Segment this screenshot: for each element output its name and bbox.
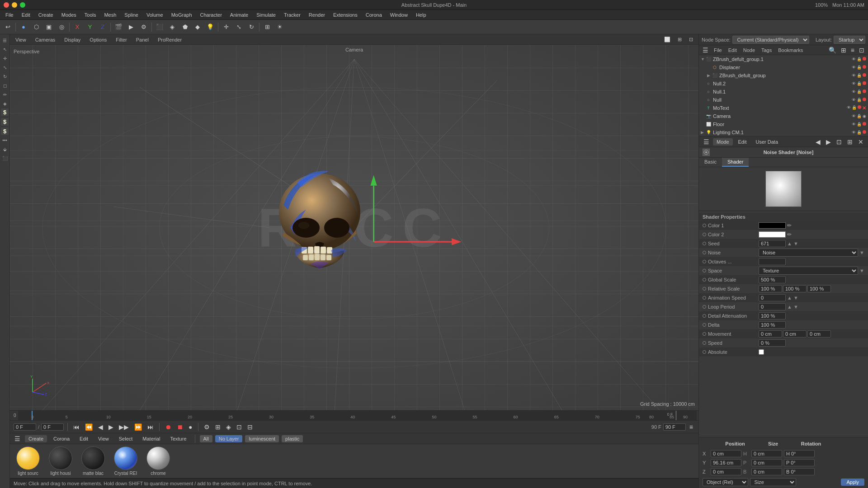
tree-item-null1[interactable]: ○ Null.1 👁 🔒 [699,88,868,96]
tree-lock-zb[interactable]: 🔒 [857,73,862,78]
animspeed-stepper-up[interactable]: ▲ [787,295,792,300]
prop-circle-color2[interactable] [703,233,706,236]
mat-tab-edit[interactable]: Edit [76,435,92,442]
size-x-input[interactable] [751,450,782,457]
st-icon3[interactable]: ≡ [849,46,856,55]
octaves-input[interactable] [759,258,786,265]
st-icon2[interactable]: ⊞ [839,46,848,55]
movement-z[interactable] [807,330,831,338]
loopperiod-input[interactable] [759,303,786,310]
loopperiod-stepper-up[interactable]: ▲ [787,304,792,310]
axis-x[interactable]: X [71,21,83,33]
view-cube[interactable]: ⬛ [154,21,165,33]
tree-vis1[interactable]: 👁 [852,57,856,61]
materials-icon[interactable]: ◈ [166,21,178,33]
extras-btn1[interactable]: ⚙ [202,422,212,432]
color-swatch-2[interactable] [759,231,786,238]
st-menu-icon[interactable]: ☰ [701,46,710,55]
extras-btn2[interactable]: ⊞ [213,422,222,432]
play-forward-btn[interactable]: ▶▶ [117,422,131,432]
skull-3d-object[interactable] [270,160,369,296]
space-dropdown[interactable]: Texture [759,267,858,275]
play-btn[interactable]: ▶ [107,422,115,432]
props-tab-mode[interactable]: Mode [713,138,733,145]
object-mode-dropdown[interactable]: Object (Rel) [703,478,748,486]
prop-circle-delta[interactable] [703,323,706,327]
tree-item-zbgroup[interactable]: ▶ ⬛ ZBrush_defult_group 👁 🔒 [699,71,868,80]
size-y-input[interactable] [751,459,782,466]
size-z-input[interactable] [751,468,782,475]
menu-spline[interactable]: Spline [121,11,142,19]
menu-animate[interactable]: Animate [226,11,252,19]
tree-item-null[interactable]: ○ Null 👁 🔒 [699,96,868,104]
st-tab-tags[interactable]: Tags [759,47,774,54]
sidebar-tag[interactable]: ⬙ [1,145,9,153]
mat-tab-texture[interactable]: Texture [166,435,190,442]
mat-layer-luminescent[interactable]: luminescent [245,435,279,442]
mat-tab-material[interactable]: Material [139,435,164,442]
tree-lock-d[interactable]: 🔒 [857,65,862,70]
space-expand-icon[interactable]: ▼ [859,268,864,273]
nodespace-dropdown[interactable]: Current (Standard/Physical) [732,36,809,44]
tree-lock-n1[interactable]: 🔒 [857,89,862,94]
extras-btn3[interactable]: ◈ [224,422,233,432]
timeline-options[interactable]: ≡ [688,422,695,432]
tree-lock-n[interactable]: 🔒 [857,98,862,102]
loopperiod-stepper-down[interactable]: ▼ [793,304,798,310]
frame-start-input[interactable] [41,423,64,431]
sidebar-btn-select[interactable]: ↖ [1,45,9,53]
sidebar-btn-sculpt[interactable]: ◈ [1,99,9,108]
prop-circle-noise[interactable] [703,251,706,254]
menu-volume[interactable]: Volume [143,11,167,19]
menu-file[interactable]: File [2,11,17,19]
prop-circle-detailatten[interactable] [703,314,706,318]
tree-vis-n[interactable]: 👁 [852,98,856,102]
vt-options[interactable]: Options [87,36,109,43]
material-item-crystal[interactable]: Crystal REI [111,446,140,476]
record-key-btn[interactable]: ● [187,422,194,432]
prop-circle-globalscale[interactable] [703,278,706,282]
st-tab-edit[interactable]: Edit [726,47,740,54]
animspeed-stepper-down[interactable]: ▼ [793,295,798,300]
menu-extensions[interactable]: Extensions [330,11,361,19]
tree-item-zbgroup1[interactable]: ▼ ⬛ ZBrush_defult_group.1 👁 🔒 [699,55,868,63]
vt-icon3[interactable]: ⊡ [686,36,696,43]
lights-icon[interactable]: 💡 [204,21,216,33]
relscale-y[interactable] [783,285,807,292]
extras-btn4[interactable]: ⊡ [235,422,244,432]
ptab-basic[interactable]: Basic [699,158,722,167]
prop-circle-movement[interactable] [703,332,706,336]
mat-layer-all[interactable]: All [200,435,212,442]
current-frame-input[interactable] [14,423,36,431]
sidebar-btn-paint[interactable]: ✏ [1,90,9,99]
rot-p-input[interactable] [784,459,815,466]
tree-vis-li[interactable]: 👁 [852,130,856,135]
menu-tracker[interactable]: Tracker [280,11,304,19]
material-item-lightsource[interactable]: light sourc [14,446,42,476]
seed-input[interactable] [759,240,786,247]
tree-item-camera[interactable]: 📷 Camera 👁 🔒 ◉ [699,112,868,120]
sidebar-btn-extrude[interactable]: ◻ [1,81,9,89]
sidebar-btn-rotate[interactable]: ↻ [1,72,9,80]
apply-button[interactable]: Apply [841,479,864,486]
menu-mesh[interactable]: Mesh [100,11,120,19]
menu-tools[interactable]: Tools [81,11,100,19]
close-button[interactable] [4,2,9,8]
menu-mograph[interactable]: MoGraph [168,11,196,19]
mat-tab-view[interactable]: View [94,435,113,442]
vt-prorender[interactable]: ProRender [155,36,184,43]
globalscale-input[interactable] [759,276,786,283]
vt-icon2[interactable]: ⊞ [675,36,684,43]
tree-item-displacer[interactable]: ⬡ Displacer 👁 🔒 [699,63,868,71]
vt-cameras[interactable]: Cameras [33,36,58,43]
prop-circle-animspeed[interactable] [703,296,706,300]
mat-tab-corona[interactable]: Corona [50,435,73,442]
props-icon3[interactable]: ✕ [856,137,865,146]
mode-polygons[interactable]: ▣ [43,21,55,33]
deformers-icon[interactable]: ⬟ [179,21,191,33]
menu-window[interactable]: Window [387,11,411,19]
eyedropper-color1[interactable]: ✏ [787,222,792,229]
vt-panel[interactable]: Panel [133,36,151,43]
tree-vis-n1[interactable]: 👁 [852,89,856,94]
axis-z[interactable]: Z [97,21,108,33]
